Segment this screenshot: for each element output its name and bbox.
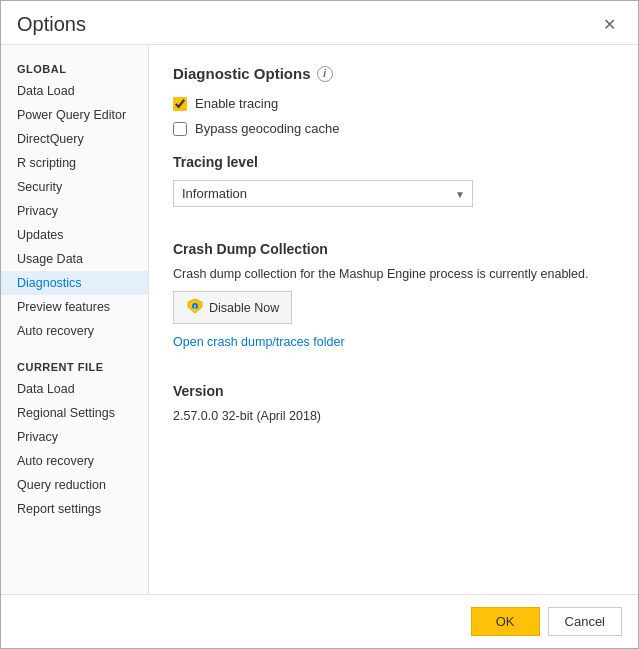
ok-button[interactable]: OK <box>471 607 540 636</box>
sidebar-item-power-query-editor[interactable]: Power Query Editor <box>1 103 148 127</box>
crash-dump-section: Crash Dump Collection Crash dump collect… <box>173 241 614 365</box>
sidebar-item-direct-query[interactable]: DirectQuery <box>1 127 148 151</box>
tracing-level-wrapper: Information Verbose Warning Error ▼ <box>173 180 473 207</box>
sidebar-item-preview-features[interactable]: Preview features <box>1 295 148 319</box>
title-bar: Options ✕ <box>1 1 638 44</box>
cancel-button[interactable]: Cancel <box>548 607 622 636</box>
diagnostic-title: Diagnostic Options i <box>173 65 614 82</box>
sidebar-item-security[interactable]: Security <box>1 175 148 199</box>
sidebar-item-cf-data-load[interactable]: Data Load <box>1 377 148 401</box>
version-section: Version 2.57.0.0 32-bit (April 2018) <box>173 383 614 423</box>
options-dialog: Options ✕ GLOBAL Data Load Power Query E… <box>0 0 639 649</box>
sidebar-item-diagnostics[interactable]: Diagnostics <box>1 271 148 295</box>
main-content: Diagnostic Options i Enable tracing Bypa… <box>149 45 638 594</box>
current-file-section-label: CURRENT FILE <box>1 353 148 377</box>
dialog-body: GLOBAL Data Load Power Query Editor Dire… <box>1 44 638 594</box>
tracing-level-select[interactable]: Information Verbose Warning Error <box>173 180 473 207</box>
disable-now-button[interactable]: ! Disable Now <box>173 291 292 324</box>
sidebar-item-updates[interactable]: Updates <box>1 223 148 247</box>
dialog-footer: OK Cancel <box>1 594 638 648</box>
crash-dump-title: Crash Dump Collection <box>173 241 614 257</box>
info-icon[interactable]: i <box>317 66 333 82</box>
sidebar-item-data-load[interactable]: Data Load <box>1 79 148 103</box>
shield-icon: ! <box>186 297 204 318</box>
bypass-geocoding-label: Bypass geocoding cache <box>195 121 340 136</box>
sidebar-item-privacy[interactable]: Privacy <box>1 199 148 223</box>
sidebar-item-cf-regional-settings[interactable]: Regional Settings <box>1 401 148 425</box>
open-folder-link[interactable]: Open crash dump/traces folder <box>173 335 345 349</box>
bypass-geocoding-checkbox[interactable] <box>173 122 187 136</box>
dialog-title: Options <box>17 13 86 36</box>
disable-now-label: Disable Now <box>209 301 279 315</box>
sidebar-item-usage-data[interactable]: Usage Data <box>1 247 148 271</box>
bypass-geocoding-row: Bypass geocoding cache <box>173 121 614 136</box>
enable-tracing-label: Enable tracing <box>195 96 278 111</box>
sidebar-item-cf-auto-recovery[interactable]: Auto recovery <box>1 449 148 473</box>
crash-dump-description: Crash dump collection for the Mashup Eng… <box>173 267 614 281</box>
svg-text:!: ! <box>194 304 196 311</box>
enable-tracing-checkbox[interactable] <box>173 97 187 111</box>
sidebar-item-r-scripting[interactable]: R scripting <box>1 151 148 175</box>
version-title: Version <box>173 383 614 399</box>
sidebar: GLOBAL Data Load Power Query Editor Dire… <box>1 45 149 594</box>
close-button[interactable]: ✕ <box>597 15 622 35</box>
sidebar-item-cf-query-reduction[interactable]: Query reduction <box>1 473 148 497</box>
version-number: 2.57.0.0 32-bit (April 2018) <box>173 409 614 423</box>
enable-tracing-row: Enable tracing <box>173 96 614 111</box>
sidebar-item-cf-privacy[interactable]: Privacy <box>1 425 148 449</box>
tracing-level-title: Tracing level <box>173 154 614 170</box>
sidebar-item-cf-report-settings[interactable]: Report settings <box>1 497 148 521</box>
global-section-label: GLOBAL <box>1 55 148 79</box>
sidebar-item-auto-recovery[interactable]: Auto recovery <box>1 319 148 343</box>
